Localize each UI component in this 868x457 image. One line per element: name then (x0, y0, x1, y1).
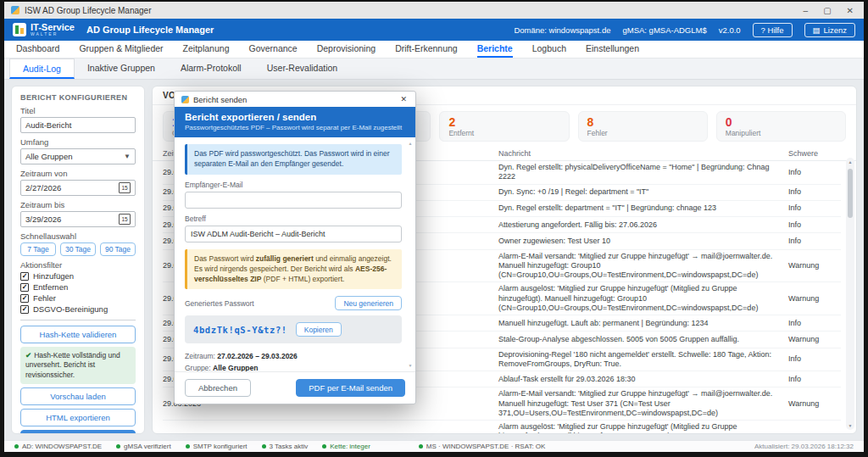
severity-cell: Info (788, 220, 841, 230)
date-from-input[interactable]: 2/27/2026 (20, 180, 136, 196)
validate-hash-chain-button[interactable]: Hash-Kette validieren (20, 326, 136, 343)
quick-range-button[interactable]: 30 Tage (60, 242, 96, 256)
password-warning-box: Das Passwort wird zufällig generiert und… (185, 249, 402, 290)
nav-item[interactable]: Drift-Erkennung (395, 41, 458, 58)
scroll-down-icon[interactable]: ▼ (409, 363, 413, 368)
sub-tab[interactable]: User-Revalidation (254, 59, 350, 79)
nav-item[interactable]: Deprovisioning (317, 41, 376, 58)
calendar-icon[interactable] (119, 214, 131, 225)
table-row[interactable]: 29.03.2026 Alarm ausgelöst: 'Mitglied zu… (163, 421, 841, 433)
message-cell: Dyn. Regel erstellt: department = "IT" |… (498, 203, 783, 213)
recipient-email-label: Empfänger-E-Mail (185, 181, 402, 189)
action-filter-checkbox[interactable]: Fehler (20, 293, 136, 303)
quick-range-button[interactable]: 7 Tage (20, 242, 56, 256)
nav-item[interactable]: Zeitplanung (183, 41, 230, 58)
title-field-label: Titel (20, 106, 136, 115)
scope-field-label: Umfang (20, 137, 136, 147)
checkbox-label: Hinzufügen (33, 271, 74, 281)
gruppe-label: Gruppe: (185, 364, 211, 371)
load-preview-button[interactable]: Vorschau laden (20, 387, 136, 405)
sub-tab[interactable]: Audit-Log (9, 59, 75, 79)
close-icon[interactable]: ✕ (847, 6, 854, 15)
status-item-label: gMSA verifiziert (124, 443, 171, 450)
close-icon[interactable]: ✕ (398, 95, 409, 103)
status-dot-icon (186, 444, 190, 449)
subject-input[interactable]: ISW ADLM Audit-Bericht – Audit-Bericht (185, 226, 402, 242)
status-item: AD: WINDOWSPAPST.DE (14, 443, 102, 450)
scroll-up-icon[interactable]: ▲ (849, 159, 853, 164)
app-header: IT-Service WALTER AD Group Lifecycle Man… (4, 19, 864, 41)
regenerate-password-button[interactable]: Neu generieren (335, 296, 402, 310)
status-dot-icon (116, 444, 120, 449)
gmsa-info: gMSA: gMSA-ADGLM$ (622, 25, 706, 35)
password-box: 4bdzTk!qS-Y&tz?! Kopieren (185, 315, 402, 343)
recipient-email-input[interactable] (185, 192, 402, 209)
panel-title: BERICHT KONFIGURIEREN (20, 93, 136, 102)
nav-item[interactable]: Dashboard (16, 41, 59, 58)
report-title-input[interactable]: Audit-Bericht (20, 117, 136, 133)
action-filter-checkbox[interactable]: DSGVO-Bereinigung (20, 304, 136, 314)
message-cell: Alarm ausgelöst: 'Mitglied zur Gruppe hi… (498, 422, 783, 433)
copy-password-button[interactable]: Kopieren (296, 322, 342, 337)
export-pdf-button[interactable]: PDF exportieren (20, 430, 136, 434)
window-title: ISW AD Group Lifecycle Manager (25, 6, 152, 15)
stat-card: 8 Fehler (578, 111, 708, 142)
app-window: ISW AD Group Lifecycle Manager – ▢ ✕ IT-… (4, 2, 864, 452)
subject-value: ISW ADLM Audit-Bericht – Audit-Bericht (191, 230, 326, 238)
app-icon (11, 6, 19, 14)
maximize-icon[interactable]: ▢ (823, 6, 831, 15)
severity-cell: Warnung (788, 335, 841, 344)
severity-cell: Info (788, 168, 841, 177)
license-icon: ▤ (813, 25, 821, 35)
severity-cell: Info (788, 203, 841, 213)
action-filter-checkbox[interactable]: Entfernen (20, 282, 136, 292)
subject-label: Betreff (185, 215, 402, 223)
scope-select-value: Alle Gruppen (25, 152, 120, 161)
license-button[interactable]: ▤Lizenz (804, 23, 855, 37)
nav-item[interactable]: Berichte (477, 41, 513, 58)
status-dot-icon (419, 444, 423, 449)
sub-tab[interactable]: Alarm-Protokoll (168, 59, 254, 79)
checkbox-checked-icon (20, 283, 29, 292)
message-cell: Deprovisioning-Regel '180 nicht angemeld… (498, 350, 783, 370)
calendar-icon[interactable] (119, 182, 131, 193)
table-scrollbar[interactable]: ▲ ▼ (846, 158, 854, 430)
sub-tab[interactable]: Inaktive Gruppen (75, 59, 168, 79)
dialog-title: Bericht senden (193, 95, 247, 104)
nav-item[interactable]: Einstellungen (586, 41, 639, 58)
date-to-label: Zeitraum bis (20, 200, 136, 209)
scope-select[interactable]: Alle Gruppen▼ (20, 148, 136, 164)
it-service-logo: IT-Service WALTER (13, 23, 75, 36)
stat-label: Entfernt (448, 129, 559, 137)
window-frame: ISW AD Group Lifecycle Manager – ▢ ✕ IT-… (0, 0, 868, 457)
dialog-header: Bericht exportieren / senden Passwortges… (175, 107, 415, 137)
export-html-button[interactable]: HTML exportieren (20, 409, 136, 426)
send-pdf-email-button[interactable]: PDF per E-Mail senden (296, 379, 405, 397)
status-item: 3 Tasks aktiv (262, 443, 309, 450)
message-cell: Dyn. Regel erstellt: physicalDeliveryOff… (498, 163, 783, 182)
status-item: Kette: integer (322, 443, 370, 450)
minimize-icon[interactable]: – (804, 6, 809, 15)
nav-item[interactable]: Governance (248, 41, 297, 58)
table-header-cell: Nachricht (498, 149, 783, 158)
message-cell: Dyn. Sync: +0 /19 | Regel: department = … (498, 187, 783, 197)
date-to-input[interactable]: 3/29/2026 (20, 211, 136, 227)
help-button[interactable]: ? Hilfe (753, 23, 793, 37)
scroll-up-icon[interactable]: ▲ (409, 141, 413, 146)
divider (20, 320, 136, 320)
nav-item[interactable]: Logbuch (532, 41, 566, 58)
dialog-body: Das PDF wird passwortgeschützt. Das Pass… (175, 137, 415, 371)
status-item: MS · WINDOWSPAPST.DE · RSAT: OK (419, 443, 546, 450)
nav-item[interactable]: Gruppen & Mitglieder (79, 41, 163, 58)
license-button-label: Lizenz (824, 25, 847, 35)
stat-card: 2 Entfernt (439, 111, 569, 142)
dialog-scrollbar[interactable]: ▲ ▼ (407, 141, 414, 368)
scroll-down-icon[interactable]: ▼ (849, 423, 853, 428)
checkbox-label: Entfernen (33, 282, 68, 292)
sub-tabs: Audit-Log Inaktive Gruppen Alarm-Protoko… (4, 59, 864, 80)
report-config-panel: BERICHT KONFIGURIEREN Titel Audit-Berich… (11, 86, 145, 434)
cancel-button[interactable]: Abbrechen (185, 379, 251, 397)
scrollbar-thumb[interactable] (848, 169, 853, 218)
quick-range-button[interactable]: 90 Tage (100, 242, 136, 256)
action-filter-checkbox[interactable]: Hinzufügen (20, 271, 136, 281)
